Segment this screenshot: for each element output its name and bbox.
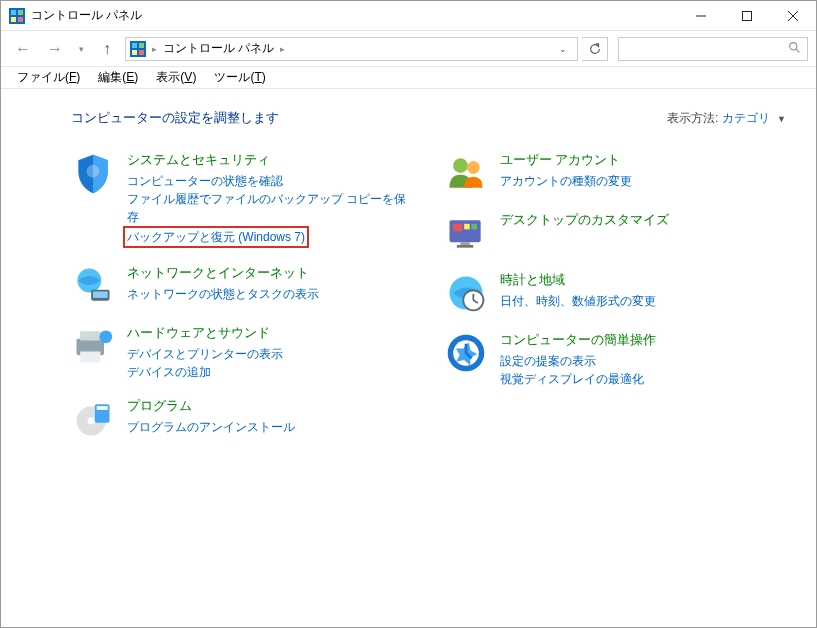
category-ease-of-access: コンピューターの簡単操作 設定の提案の表示 視覚ディスプレイの最適化 [444, 331, 787, 388]
menu-tools[interactable]: ツール(T) [206, 67, 273, 88]
desktop-customize-icon [444, 211, 488, 255]
svg-rect-21 [80, 331, 100, 340]
navbar: ← → ▾ ↑ ▸ コントロール パネル ▸ ⌄ [1, 31, 816, 67]
menu-edit[interactable]: 編集(E) [90, 67, 146, 88]
back-button[interactable]: ← [9, 35, 37, 63]
category-clock-region: 時計と地域 日付、時刻、数値形式の変更 [444, 271, 787, 315]
breadcrumb-root[interactable]: コントロール パネル [159, 40, 278, 57]
category-link[interactable]: ネットワークの状態とタスクの表示 [127, 285, 414, 303]
view-by-dropdown-icon[interactable]: ▼ [777, 114, 786, 124]
forward-button[interactable]: → [41, 35, 69, 63]
window-title: コントロール パネル [31, 7, 142, 24]
category-title[interactable]: ネットワークとインターネット [127, 264, 414, 282]
category-network-internet: ネットワークとインターネット ネットワークの状態とタスクの表示 [71, 264, 414, 308]
menu-file[interactable]: ファイル(F) [9, 67, 88, 88]
category-title[interactable]: デスクトップのカスタマイズ [500, 211, 787, 229]
svg-rect-2 [18, 10, 23, 15]
svg-line-15 [796, 49, 799, 52]
address-dropdown[interactable]: ⌄ [553, 44, 573, 54]
svg-rect-27 [97, 406, 108, 410]
content-area: コンピューターの設定を調整します 表示方法: カテゴリ ▼ システムとセキュリテ… [1, 89, 816, 628]
category-link[interactable]: ファイル履歴でファイルのバックアップ コピーを保存 [127, 190, 414, 226]
category-programs: プログラム プログラムのアンインストール [71, 397, 414, 441]
svg-rect-32 [464, 224, 470, 230]
programs-disc-icon [71, 397, 115, 441]
svg-rect-19 [93, 292, 108, 298]
category-title[interactable]: ハードウェアとサウンド [127, 324, 414, 342]
globe-network-icon [71, 264, 115, 308]
category-appearance: デスクトップのカスタマイズ [444, 211, 787, 255]
view-by-value[interactable]: カテゴリ [722, 111, 770, 125]
svg-point-25 [88, 417, 95, 424]
svg-point-23 [99, 330, 112, 343]
category-link[interactable]: コンピューターの状態を確認 [127, 172, 414, 190]
svg-rect-34 [460, 242, 469, 245]
svg-rect-33 [471, 224, 477, 230]
category-title[interactable]: システムとセキュリティ [127, 151, 414, 169]
category-link[interactable]: アカウントの種類の変更 [500, 172, 787, 190]
up-button[interactable]: ↑ [93, 35, 121, 63]
right-column: ユーザー アカウント アカウントの種類の変更 デスクトップのカスタマイズ 時計と… [444, 151, 787, 457]
breadcrumb-sep[interactable]: ▸ [150, 44, 159, 54]
shield-icon [71, 151, 115, 195]
category-link[interactable]: プログラムのアンインストール [127, 418, 414, 436]
minimize-button[interactable] [678, 1, 724, 31]
category-hardware-sound: ハードウェアとサウンド デバイスとプリンターの表示 デバイスの追加 [71, 324, 414, 381]
svg-rect-31 [453, 224, 462, 231]
address-bar[interactable]: ▸ コントロール パネル ▸ ⌄ [125, 37, 578, 61]
svg-point-16 [87, 165, 100, 178]
category-link[interactable]: デバイスとプリンターの表示 [127, 345, 414, 363]
close-button[interactable] [770, 1, 816, 31]
ease-of-access-icon [444, 331, 488, 375]
search-input[interactable] [625, 42, 788, 56]
svg-rect-30 [449, 220, 480, 242]
clock-globe-icon [444, 271, 488, 315]
titlebar: コントロール パネル [1, 1, 816, 31]
svg-rect-1 [11, 10, 16, 15]
svg-rect-6 [743, 11, 752, 20]
view-by: 表示方法: カテゴリ ▼ [667, 110, 786, 127]
category-link[interactable]: デバイスの追加 [127, 363, 414, 381]
svg-rect-4 [18, 17, 23, 22]
svg-point-29 [466, 161, 479, 174]
category-title[interactable]: 時計と地域 [500, 271, 787, 289]
menubar: ファイル(F) 編集(E) 表示(V) ツール(T) [1, 67, 816, 89]
printer-hardware-icon [71, 324, 115, 368]
category-link[interactable]: 設定の提案の表示 [500, 352, 787, 370]
svg-rect-13 [139, 50, 144, 55]
view-by-label: 表示方法: [667, 111, 718, 125]
category-link[interactable]: 視覚ディスプレイの最適化 [500, 370, 787, 388]
breadcrumb-sep[interactable]: ▸ [278, 44, 287, 54]
page-title: コンピューターの設定を調整します [71, 109, 667, 127]
category-user-accounts: ユーザー アカウント アカウントの種類の変更 [444, 151, 787, 195]
category-link-backup-restore[interactable]: バックアップと復元 (Windows 7) [127, 230, 305, 244]
user-accounts-icon [444, 151, 488, 195]
svg-point-14 [790, 42, 797, 49]
category-link[interactable]: 日付、時刻、数値形式の変更 [500, 292, 787, 310]
category-system-security: システムとセキュリティ コンピューターの状態を確認 ファイル履歴でファイルのバッ… [71, 151, 414, 248]
category-title[interactable]: ユーザー アカウント [500, 151, 787, 169]
svg-rect-35 [456, 245, 473, 248]
category-title[interactable]: コンピューターの簡単操作 [500, 331, 787, 349]
search-bar[interactable] [618, 37, 808, 61]
svg-rect-12 [132, 50, 137, 55]
svg-rect-11 [139, 43, 144, 48]
search-icon[interactable] [788, 41, 801, 57]
recent-dropdown[interactable]: ▾ [73, 35, 89, 63]
svg-rect-10 [132, 43, 137, 48]
highlighted-link: バックアップと復元 (Windows 7) [123, 226, 309, 248]
refresh-button[interactable] [582, 37, 608, 61]
menu-view[interactable]: 表示(V) [148, 67, 204, 88]
svg-point-28 [453, 158, 468, 173]
address-icon [130, 41, 146, 57]
svg-rect-22 [80, 352, 100, 363]
maximize-button[interactable] [724, 1, 770, 31]
left-column: システムとセキュリティ コンピューターの状態を確認 ファイル履歴でファイルのバッ… [71, 151, 414, 457]
svg-rect-3 [11, 17, 16, 22]
category-title[interactable]: プログラム [127, 397, 414, 415]
control-panel-icon [9, 8, 25, 24]
